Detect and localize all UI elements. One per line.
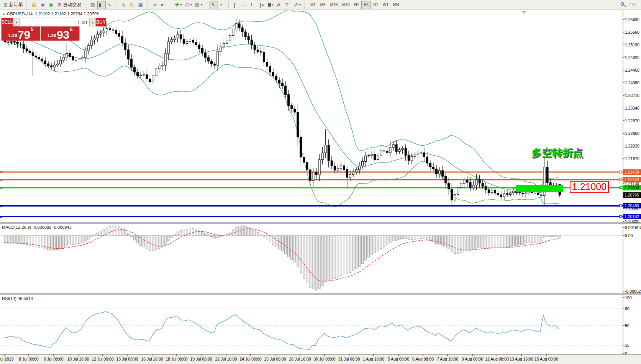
arrows-button[interactable]: ⇗▾ <box>292 1 302 9</box>
sell-button[interactable]: SELL <box>2 18 13 26</box>
navigator-button[interactable]: ☻ <box>39 1 47 9</box>
macd-axis-label: -0.008522 <box>625 289 641 293</box>
candle-body <box>202 48 203 53</box>
new-order-icon: ⊞ <box>3 2 8 7</box>
market-watch-button[interactable]: ▤ <box>30 1 39 9</box>
line-right-anchor[interactable] <box>620 171 622 173</box>
line-left-anchor[interactable] <box>0 187 2 189</box>
chart-shift-button[interactable]: ⇤ <box>159 1 168 9</box>
indicators-button[interactable]: ✚▾ <box>174 1 184 9</box>
vertical-line-button[interactable]: | <box>232 1 241 9</box>
dropdown-caret-icon[interactable]: ▾ <box>299 3 301 7</box>
collapse-triangle-icon[interactable]: ▲ <box>2 13 5 16</box>
periods-button[interactable]: ◷▾ <box>183 1 193 9</box>
line-chart-button[interactable]: ∿ <box>106 1 114 9</box>
horizontal-line-button[interactable]: — <box>241 1 249 9</box>
timeframe-w1-button[interactable]: W1 <box>380 1 391 9</box>
macd-histogram-bar <box>500 236 502 248</box>
crosshair-button[interactable]: + <box>218 1 226 9</box>
timeframe-m1-button[interactable]: M1 <box>308 1 318 9</box>
macd-histogram-bar <box>177 232 179 236</box>
line-right-anchor[interactable] <box>620 179 622 181</box>
autotrading-button[interactable]: ⚙自动交易 <box>56 1 83 9</box>
text-button[interactable]: A <box>275 1 284 9</box>
candle-body <box>93 38 95 40</box>
sell-price-prefix: 1.20 <box>8 33 17 38</box>
time-axis-label: 16 Jul 16:00 <box>141 357 163 361</box>
text-label-button[interactable]: T <box>284 1 292 9</box>
cursor-button[interactable]: ↖ <box>210 1 218 9</box>
macd-histogram-bar <box>23 236 25 244</box>
macd-histogram-bar <box>57 236 59 250</box>
trendline-button[interactable]: / <box>249 1 257 9</box>
macd-histogram-bar <box>128 233 130 236</box>
timeframe-h4-button[interactable]: H4 <box>361 1 371 9</box>
volume-input[interactable] <box>20 18 89 26</box>
timeframe-mn-button[interactable]: MN <box>391 1 402 9</box>
macd-histogram-bar <box>140 236 142 246</box>
time-axis-label: 4 Jul 2019 <box>0 357 13 361</box>
macd-histogram-bar <box>109 227 111 236</box>
dropdown-caret-icon[interactable]: ▾ <box>201 3 202 7</box>
candlestick-chart-button[interactable]: ▮ <box>97 1 106 9</box>
macd-histogram-bar <box>232 230 234 236</box>
buy-button[interactable]: BUY <box>96 18 106 26</box>
dropdown-caret-icon[interactable]: ▾ <box>180 3 182 7</box>
line-left-anchor[interactable] <box>0 205 2 207</box>
community-chat-button[interactable] <box>628 1 638 9</box>
crosshair-icon: + <box>220 2 223 7</box>
chart-canvas[interactable]: 多空转折点多空转折点1.210001.259301.255601.251901.… <box>0 0 641 364</box>
dropdown-caret-icon[interactable]: ▾ <box>190 3 192 7</box>
search-button[interactable] <box>619 1 628 9</box>
time-axis-label: 25 Jul 08:00 <box>264 357 286 361</box>
annotation-text-object[interactable]: 多空转折点 <box>531 147 583 159</box>
candle-body <box>494 190 496 193</box>
macd-histogram-bar <box>475 236 477 248</box>
candle-body <box>211 61 213 64</box>
volume-decrease-button[interactable]: ▼ <box>13 18 20 26</box>
toolbar-separator <box>228 1 230 9</box>
macd-histogram-bar <box>254 231 256 236</box>
bar-chart-button[interactable]: ▥ <box>89 1 97 9</box>
line-right-anchor[interactable] <box>620 215 622 218</box>
candle-body <box>183 39 185 44</box>
candle-body <box>226 41 228 44</box>
signals-button[interactable]: ◉ <box>47 1 56 9</box>
equidistant-channel-button[interactable]: ∥E <box>257 1 266 9</box>
time-axis-label: 1 Aug 16:00 <box>363 357 384 361</box>
candle-body <box>131 59 133 67</box>
fibonacci-button[interactable]: ≣F <box>266 1 275 9</box>
timeframe-d1-button[interactable]: D1 <box>371 1 380 9</box>
timeframe-m5-button[interactable]: M5 <box>318 1 328 9</box>
highlight-rectangle-object[interactable] <box>516 185 563 192</box>
zoom-out-button[interactable]: ⊖ <box>128 1 137 9</box>
timeframe-m30-button[interactable]: M30 <box>340 1 352 9</box>
templates-button[interactable]: ▨▾ <box>193 1 204 9</box>
toolbar-separator <box>147 1 149 9</box>
label-anchor[interactable] <box>620 186 623 189</box>
candle-body <box>356 170 357 172</box>
line-left-anchor[interactable] <box>0 179 2 181</box>
zoom-in-button[interactable]: ⊕ <box>120 1 128 9</box>
candle-body <box>106 29 108 31</box>
timeframe-m15-button[interactable]: M15 <box>328 1 340 9</box>
new-order-button[interactable]: ⊞新订单 <box>2 1 25 9</box>
candle-body <box>84 51 86 58</box>
rsi-axis-label: 80 <box>625 307 630 311</box>
macd-histogram-bar <box>134 236 136 240</box>
line-left-anchor[interactable] <box>0 171 2 173</box>
candle-body <box>485 186 487 190</box>
timeframe-h1-button[interactable]: H1 <box>352 1 362 9</box>
sell-price-panel[interactable]: 1.20 79 5 <box>2 26 40 41</box>
candle-body <box>266 62 268 66</box>
volume-increase-button[interactable]: ▲ <box>89 18 96 26</box>
macd-histogram-bar <box>448 236 450 249</box>
macd-histogram-bar <box>269 236 271 242</box>
line-right-anchor[interactable] <box>620 205 622 207</box>
buy-price-prefix: 1.20 <box>48 33 56 38</box>
line-left-anchor[interactable] <box>0 216 2 218</box>
tile-windows-button[interactable]: ▦ <box>137 1 145 9</box>
auto-scroll-button[interactable]: ⇥ <box>151 1 159 9</box>
candle-body <box>75 60 77 60</box>
buy-price-panel[interactable]: 1.20 93 6 <box>41 26 79 41</box>
